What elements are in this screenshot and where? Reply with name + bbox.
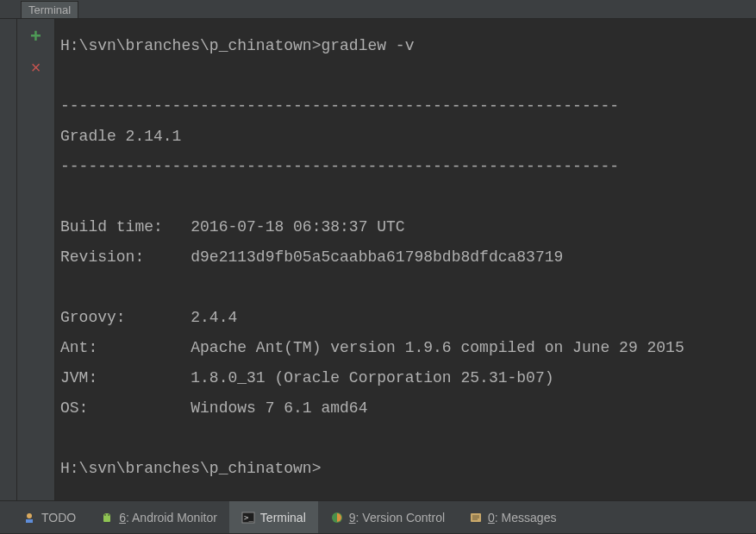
terminal-tab-gutter: + × bbox=[17, 19, 55, 500]
terminal-icon: >_ bbox=[241, 511, 255, 525]
version-control-icon bbox=[330, 511, 344, 525]
tab-label: 6: Android Monitor bbox=[119, 511, 217, 525]
tab-messages[interactable]: 0: Messages bbox=[457, 501, 568, 533]
terminal-title-bar: Terminal bbox=[0, 0, 756, 19]
svg-rect-1 bbox=[26, 519, 33, 523]
todo-icon bbox=[22, 511, 36, 525]
terminal-main-area: + × H:\svn\branches\p_chinatown>gradlew … bbox=[0, 19, 756, 500]
bottom-tool-tabs: TODO 6: Android Monitor >_ Terminal bbox=[0, 500, 756, 533]
svg-point-3 bbox=[108, 514, 109, 516]
add-terminal-tab-icon[interactable]: + bbox=[28, 28, 45, 45]
tab-terminal[interactable]: >_ Terminal bbox=[229, 501, 318, 533]
svg-point-0 bbox=[27, 513, 32, 518]
tab-label: 9: Version Control bbox=[349, 511, 445, 525]
svg-text:>_: >_ bbox=[244, 513, 253, 522]
tab-label: 0: Messages bbox=[488, 511, 556, 525]
tab-version-control[interactable]: 9: Version Control bbox=[318, 501, 457, 533]
tab-android-monitor[interactable]: 6: Android Monitor bbox=[88, 501, 229, 533]
tab-todo[interactable]: TODO bbox=[10, 501, 88, 533]
messages-icon bbox=[469, 511, 483, 525]
left-vertical-strip bbox=[0, 19, 17, 500]
tab-label: Terminal bbox=[260, 511, 306, 525]
terminal-output[interactable]: H:\svn\branches\p_chinatown>gradlew -v -… bbox=[55, 19, 756, 500]
svg-point-2 bbox=[104, 514, 106, 516]
tab-label: TODO bbox=[41, 511, 76, 525]
close-terminal-tab-icon[interactable]: × bbox=[28, 59, 45, 76]
terminal-title-tab[interactable]: Terminal bbox=[21, 1, 78, 18]
android-icon bbox=[100, 511, 114, 525]
